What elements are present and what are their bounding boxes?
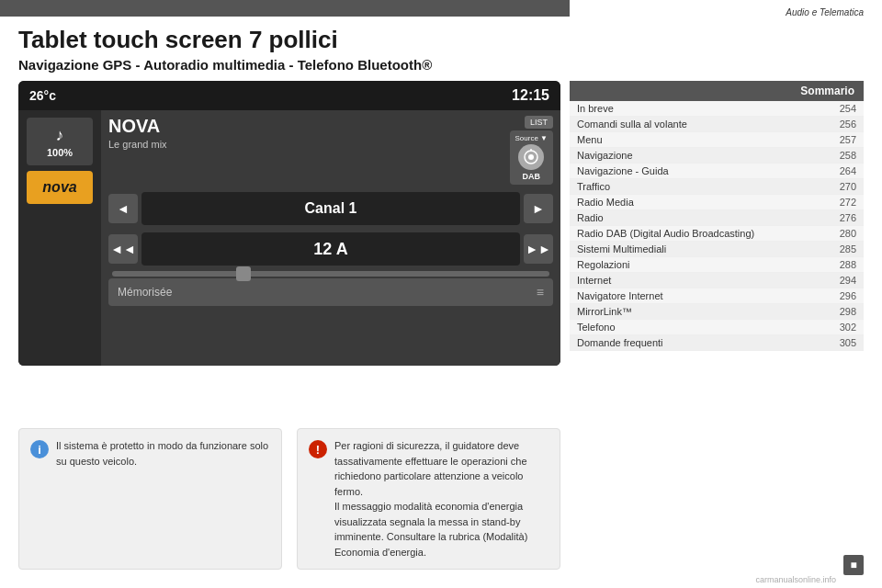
summary-item-page: 305: [822, 335, 864, 351]
info-box-1: i Il sistema è protetto in modo da funzi…: [18, 428, 282, 570]
screen-main-area: ♪ 100% nova NOVA Le grand mix LIST Sourc…: [18, 110, 560, 366]
summary-table: In breve254Comandi sulla al volante256Me…: [570, 101, 864, 351]
summary-item-page: 302: [822, 320, 864, 335]
next-freq-button[interactable]: ►►: [524, 234, 553, 264]
summary-header: Sommario: [570, 81, 864, 101]
summary-table-row: In breve254: [570, 101, 864, 117]
info-box-1-text: Il sistema è protetto in modo da funzion…: [56, 438, 270, 469]
slider-row: [108, 271, 553, 277]
info-icon-1: i: [30, 440, 49, 458]
memorisee-row: Mémorisée ≡: [108, 278, 553, 306]
volume-box: ♪ 100%: [27, 118, 93, 165]
list-button[interactable]: LIST: [525, 116, 553, 129]
tuner-slider-track[interactable]: [112, 271, 549, 277]
station-logo: nova: [27, 171, 93, 204]
summary-item-page: 298: [822, 304, 864, 320]
summary-item-page: 272: [822, 195, 864, 210]
summary-item-label: Navigazione: [570, 148, 822, 164]
summary-item-page: 257: [822, 132, 864, 148]
summary-panel: Sommario In breve254Comandi sulla al vol…: [570, 81, 864, 351]
freq-display: 12 A: [141, 232, 520, 266]
summary-item-page: 264: [822, 164, 864, 179]
freq-controls-row: ◄◄ 12 A ►►: [108, 232, 553, 266]
summary-item-page: 276: [822, 210, 864, 226]
page-number: ■: [843, 555, 864, 575]
station-name: NOVA: [108, 116, 167, 137]
summary-table-row: Domande frequenti305: [570, 335, 864, 351]
prev-freq-button[interactable]: ◄◄: [108, 234, 138, 264]
summary-item-label: In breve: [570, 101, 822, 117]
summary-item-page: 294: [822, 273, 864, 288]
summary-item-page: 254: [822, 101, 864, 117]
summary-item-label: Internet: [570, 273, 822, 288]
summary-item-label: MirrorLink™: [570, 304, 822, 320]
eq-icon: ≡: [537, 285, 544, 300]
summary-item-page: 280: [822, 226, 864, 242]
summary-item-label: Radio Media: [570, 195, 822, 210]
summary-item-label: Traffico: [570, 179, 822, 195]
summary-item-label: Telefono: [570, 320, 822, 335]
summary-item-label: Menu: [570, 132, 822, 148]
source-dab-box: Source ▼ DAB: [510, 130, 554, 185]
summary-item-page: 285: [822, 242, 864, 257]
temperature-display: 26°c: [29, 88, 56, 103]
station-info-left: NOVA Le grand mix: [108, 116, 167, 150]
info-box-2: ! Per ragioni di sicurezza, il guidatore…: [297, 428, 560, 570]
channel-display: Canal 1: [141, 192, 520, 225]
station-info-row: NOVA Le grand mix LIST Source ▼: [108, 116, 553, 185]
summary-table-row: Regolazioni288: [570, 257, 864, 273]
prev-channel-button[interactable]: ◄: [108, 194, 138, 223]
station-subtitle: Le grand mix: [108, 139, 167, 150]
svg-point-1: [528, 154, 534, 160]
memorisee-button[interactable]: Mémorisée ≡: [108, 278, 553, 306]
device-screen: 26°c 12:15 ♪ 100% nova NOVA Le grand mix…: [18, 81, 560, 366]
time-display: 12:15: [512, 87, 549, 104]
next-channel-button[interactable]: ►: [524, 194, 553, 223]
dab-label: DAB: [523, 172, 541, 181]
summary-table-row: Menu257: [570, 132, 864, 148]
summary-item-page: 288: [822, 257, 864, 273]
info-icon-2: !: [309, 440, 327, 458]
summary-item-label: Radio DAB (Digital Audio Broadcasting): [570, 226, 822, 242]
dab-circle-icon: [518, 144, 544, 170]
watermark: carmanualsonline.info: [755, 575, 836, 584]
summary-item-page: 258: [822, 148, 864, 164]
top-bar: [0, 0, 570, 17]
summary-item-page: 296: [822, 288, 864, 304]
screen-topbar: 26°c 12:15: [18, 81, 560, 110]
info-boxes-container: i Il sistema è protetto in modo da funzi…: [18, 428, 560, 570]
summary-item-label: Domande frequenti: [570, 335, 822, 351]
summary-table-row: Navigatore Internet296: [570, 288, 864, 304]
summary-item-label: Navigazione - Guida: [570, 164, 822, 179]
volume-percent: 100%: [47, 147, 73, 158]
summary-table-row: Radio DAB (Digital Audio Broadcasting)28…: [570, 226, 864, 242]
summary-table-row: Telefono302: [570, 320, 864, 335]
summary-item-page: 256: [822, 117, 864, 132]
music-icon: ♪: [56, 126, 64, 145]
screen-left-panel: ♪ 100% nova: [18, 110, 101, 366]
summary-item-label: Navigatore Internet: [570, 288, 822, 304]
summary-table-row: Internet294: [570, 273, 864, 288]
page-subtitle: Navigazione GPS - Autoradio multimedia -…: [18, 57, 432, 73]
source-label: Source ▼: [515, 134, 548, 142]
source-box: LIST Source ▼ DAB: [510, 116, 554, 185]
tuner-slider-thumb[interactable]: [236, 266, 251, 281]
summary-table-row: Navigazione258: [570, 148, 864, 164]
summary-item-label: Regolazioni: [570, 257, 822, 273]
page-title: Tablet touch screen 7 pollici: [18, 26, 338, 54]
summary-item-page: 270: [822, 179, 864, 195]
summary-table-row: Sistemi Multimediali285: [570, 242, 864, 257]
summary-item-label: Comandi sulla al volante: [570, 117, 822, 132]
summary-item-label: Sistemi Multimediali: [570, 242, 822, 257]
summary-table-row: Radio276: [570, 210, 864, 226]
screen-center-panel: NOVA Le grand mix LIST Source ▼: [101, 110, 560, 366]
summary-table-row: MirrorLink™298: [570, 304, 864, 320]
summary-table-row: Comandi sulla al volante256: [570, 117, 864, 132]
summary-table-row: Traffico270: [570, 179, 864, 195]
summary-table-row: Navigazione - Guida264: [570, 164, 864, 179]
summary-table-row: Radio Media272: [570, 195, 864, 210]
summary-item-label: Radio: [570, 210, 822, 226]
channel-controls-row: ◄ Canal 1 ►: [108, 192, 553, 225]
section-label: Audio e Telematica: [786, 7, 864, 17]
info-box-2-text: Per ragioni di sicurezza, il guidatore d…: [334, 438, 548, 560]
